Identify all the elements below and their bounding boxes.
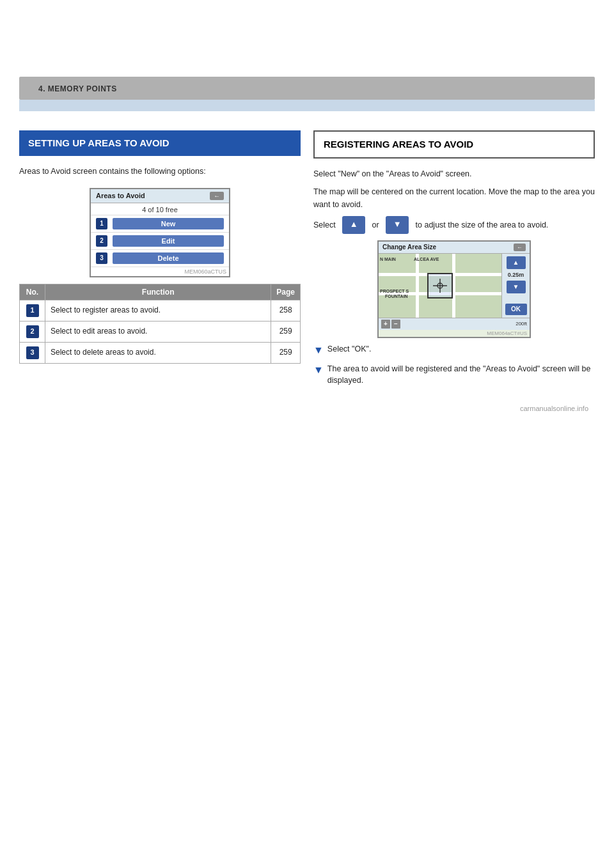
left-section-header: SETTING UP AREAS TO AVOID xyxy=(19,130,301,156)
row1-function: Select to register areas to avoid. xyxy=(45,300,271,321)
down-button[interactable]: ▼ xyxy=(386,216,409,234)
bullet-1: ▼ Select "OK". xyxy=(313,343,595,358)
page-header-text: 4. MEMORY POINTS xyxy=(38,84,117,93)
bullet-2: ▼ The area to avoid will be registered a… xyxy=(313,363,595,387)
map-label-street2: PROSPECT S xyxy=(380,289,409,293)
right-body1: Select "New" on the "Areas to Avoid" scr… xyxy=(313,167,595,180)
right-section-header: REGISTERING AREAS TO AVOID xyxy=(313,130,595,159)
col-page: Page xyxy=(271,284,301,300)
page-header-bar: 4. MEMORY POINTS xyxy=(19,77,595,100)
menu-new-label: New xyxy=(113,218,224,229)
map-label-fountain: FOUNTAIN xyxy=(385,294,408,298)
map-footer-bar: + − 200ft xyxy=(379,318,530,330)
row3-page: 259 xyxy=(271,342,301,363)
screen-footer: MEM060aCTUS xyxy=(91,267,229,276)
right-body2: The map will be centered on the current … xyxy=(313,185,595,211)
screen-subtitle: 4 of 10 free xyxy=(91,203,229,215)
blue-bar xyxy=(19,100,595,111)
badge-3: 3 xyxy=(26,346,39,359)
screen-menu-new[interactable]: 1 New xyxy=(91,215,229,233)
area-decrease-button[interactable]: ▼ xyxy=(507,281,526,293)
map-zoom-controls: + − xyxy=(381,320,400,329)
right-button-row-text: Select ▲ or ▼ to adjust the size of the … xyxy=(313,216,595,234)
zoom-out-button[interactable]: − xyxy=(391,320,400,329)
table-row: 1 Select to register areas to avoid. 258 xyxy=(20,300,301,321)
right-body3: Select xyxy=(313,220,336,229)
function-table: No. Function Page 1 Select to register a… xyxy=(19,284,301,364)
row2-function: Select to edit areas to avoid. xyxy=(45,321,271,342)
up-button[interactable]: ▲ xyxy=(342,216,365,234)
change-area-size-screen: Change Area Size ← xyxy=(377,240,531,338)
map-size-label: 0.25m xyxy=(508,272,524,278)
row2-num: 2 xyxy=(20,321,45,342)
badge-1: 1 xyxy=(26,304,39,317)
table-row: 2 Select to edit areas to avoid. 259 xyxy=(20,321,301,342)
map-label-street3: ALCEA AVE xyxy=(414,257,439,261)
screen-menu-edit[interactable]: 2 Edit xyxy=(91,233,229,250)
row3-function: Select to delete areas to avoid. xyxy=(45,342,271,363)
watermark: carmanualsonline.info xyxy=(0,392,614,425)
map-title: Change Area Size xyxy=(382,244,436,251)
menu-edit-label: Edit xyxy=(113,235,224,247)
map-footer-credit: MEM064aCT#US xyxy=(379,330,530,337)
row3-num: 3 xyxy=(20,342,45,363)
badge-2: 2 xyxy=(26,325,39,338)
menu-delete-label: Delete xyxy=(113,252,224,264)
menu-num-1: 1 xyxy=(96,218,107,229)
col-function: Function xyxy=(45,284,271,300)
screen-title-bar: Areas to Avoid ← xyxy=(91,189,229,203)
map-back-button[interactable]: ← xyxy=(514,244,526,251)
map-sidebar: ▲ 0.25m ▼ OK xyxy=(501,254,530,318)
map-ok-button[interactable]: OK xyxy=(505,304,527,315)
menu-num-2: 2 xyxy=(96,235,107,247)
menu-num-3: 3 xyxy=(96,252,107,264)
map-title-bar: Change Area Size ← xyxy=(379,242,530,254)
row1-page: 258 xyxy=(271,300,301,321)
crosshair-icon xyxy=(433,279,447,293)
right-column: REGISTERING AREAS TO AVOID Select "New" … xyxy=(313,130,595,392)
area-increase-button[interactable]: ▲ xyxy=(507,256,526,269)
right-body5: to adjust the size of the area to avoid. xyxy=(416,220,549,229)
left-body1: Areas to Avoid screen contains the follo… xyxy=(19,165,301,178)
areas-to-avoid-screen: Areas to Avoid ← 4 of 10 free 1 New 2 Ed… xyxy=(90,188,230,277)
row1-num: 1 xyxy=(20,300,45,321)
screen-menu-delete[interactable]: 3 Delete xyxy=(91,250,229,267)
row2-page: 259 xyxy=(271,321,301,342)
right-body4: or xyxy=(372,220,379,229)
map-canvas: N MAIN PROSPECT S ALCEA AVE FOUNTAIN xyxy=(379,254,501,318)
map-body: N MAIN PROSPECT S ALCEA AVE FOUNTAIN ▲ 0… xyxy=(379,254,530,318)
col-no: No. xyxy=(20,284,45,300)
left-column: SETTING UP AREAS TO AVOID Areas to Avoid… xyxy=(19,130,301,392)
map-scale-label: 200ft xyxy=(516,321,527,327)
screen-title: Areas to Avoid xyxy=(96,192,145,199)
zoom-in-button[interactable]: + xyxy=(381,320,390,329)
bullet-1-text: Select "OK". xyxy=(327,343,372,355)
screen-back-button[interactable]: ← xyxy=(210,192,224,200)
bullet-2-text: The area to avoid will be registered and… xyxy=(327,363,595,387)
bullet-icon-2: ▼ xyxy=(313,362,324,378)
table-row: 3 Select to delete areas to avoid. 259 xyxy=(20,342,301,363)
bullet-icon-1: ▼ xyxy=(313,343,324,358)
map-label-street1: N MAIN xyxy=(380,257,396,261)
